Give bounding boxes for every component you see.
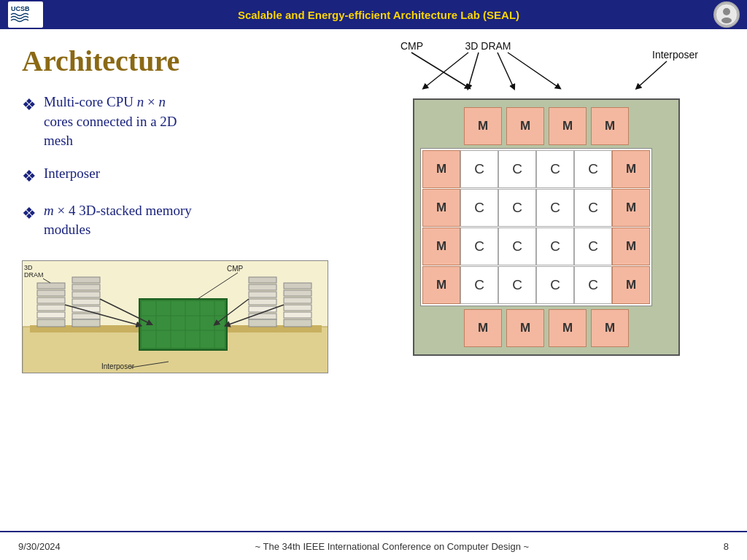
cell-m-bottom-2: M: [506, 309, 544, 347]
svg-rect-27: [72, 314, 100, 319]
cell-m-right-3: M: [612, 228, 650, 265]
svg-rect-31: [249, 292, 276, 298]
cell-m-top-2: M: [506, 107, 544, 145]
cell-m-left-1: M: [422, 150, 460, 188]
core-row-2: M C C C C M: [422, 189, 650, 227]
svg-rect-22: [72, 277, 100, 283]
cell-c-3-1: C: [460, 228, 498, 265]
cell-m-top-3: M: [549, 107, 587, 145]
top-m-row: M M M M: [464, 107, 629, 145]
cell-c-4-4: C: [574, 266, 612, 304]
interposer-box: M M M M M C C C: [413, 98, 680, 356]
svg-rect-20: [37, 312, 65, 318]
svg-rect-17: [37, 290, 65, 296]
svg-line-47: [198, 273, 238, 299]
svg-line-56: [498, 52, 514, 88]
svg-line-55: [468, 52, 479, 88]
svg-rect-32: [249, 299, 276, 305]
slide-title: Architecture: [22, 44, 331, 78]
svg-text:DRAM: DRAM: [24, 271, 44, 279]
bullet-diamond-1: ❖: [22, 94, 36, 117]
ucsb-logo: UCSB: [7, 1, 44, 28]
annotation-area: 3D DRAM CMP Interposer: [360, 36, 732, 98]
svg-rect-21: [37, 319, 65, 327]
svg-rect-38: [284, 298, 311, 303]
cell-m-right-2: M: [612, 189, 650, 227]
bottom-m-row: M M M M: [464, 309, 629, 347]
svg-text:Interposer: Interposer: [652, 49, 698, 61]
svg-rect-41: [284, 319, 311, 327]
svg-point-3: [723, 8, 730, 15]
svg-line-54: [425, 52, 468, 88]
main-content: Architecture ❖ Multi-core CPU n × ncores…: [0, 29, 747, 531]
svg-rect-8: [142, 301, 225, 348]
cell-c-1-1: C: [460, 150, 498, 188]
bullet-text-3: m × 4 3D-stacked memorymodules: [44, 201, 331, 240]
cell-c-2-3: C: [536, 189, 574, 227]
svg-text:CMP: CMP: [400, 40, 423, 52]
cell-c-2-2: C: [498, 189, 536, 227]
cell-c-2-1: C: [460, 189, 498, 227]
svg-rect-24: [72, 292, 100, 298]
svg-text:UCSB: UCSB: [11, 5, 30, 12]
svg-rect-25: [72, 299, 100, 305]
bullet-diamond-3: ❖: [22, 203, 36, 225]
svg-rect-23: [72, 284, 100, 290]
svg-rect-26: [72, 306, 100, 312]
cell-c-4-1: C: [460, 266, 498, 304]
bullet-item-2: ❖ Interposer: [22, 164, 331, 188]
bullet-item-3: ❖ m × 4 3D-stacked memorymodules: [22, 201, 331, 240]
cell-c-1-2: C: [498, 150, 536, 188]
left-panel: Architecture ❖ Multi-core CPU n × ncores…: [0, 29, 353, 531]
cell-c-4-3: C: [536, 266, 574, 304]
cell-m-bottom-1: M: [464, 309, 502, 347]
cell-c-2-4: C: [574, 189, 612, 227]
svg-text:Interposer: Interposer: [101, 362, 135, 370]
svg-rect-28: [72, 319, 100, 327]
svg-text:3D: 3D: [24, 264, 33, 271]
cell-m-bottom-4: M: [591, 309, 629, 347]
cell-c-3-3: C: [536, 228, 574, 265]
footer-conference: ~ The 34th IEEE International Conference…: [255, 541, 530, 552]
svg-rect-40: [284, 312, 311, 318]
cell-m-top-1: M: [464, 107, 502, 145]
svg-text:3D DRAM: 3D DRAM: [465, 40, 511, 52]
bullet-item-1: ❖ Multi-core CPU n × ncores connected in…: [22, 93, 331, 151]
core-row-3: M C C C C M: [422, 228, 650, 265]
footer-date: 9/30/2024: [18, 541, 61, 552]
footer-page: 8: [724, 541, 729, 552]
cell-m-left-3: M: [422, 228, 460, 265]
inner-core-box: M C C C C M M C C C C M: [420, 148, 652, 306]
seal-logo: [713, 1, 740, 28]
svg-line-59: [411, 52, 468, 88]
svg-rect-29: [249, 277, 276, 283]
svg-rect-34: [249, 314, 276, 319]
svg-rect-19: [37, 305, 65, 311]
svg-line-50: [43, 279, 50, 283]
svg-rect-18: [37, 298, 65, 303]
bullet-diamond-2: ❖: [22, 166, 36, 188]
header-title: Scalable and Energy-efficient Architectu…: [44, 9, 713, 21]
architecture-diagram-small: CMP 3D DRAM Interposer: [22, 260, 328, 373]
svg-point-4: [721, 18, 732, 23]
svg-rect-36: [284, 283, 311, 289]
svg-rect-37: [284, 290, 311, 296]
svg-rect-30: [249, 284, 276, 290]
cell-c-1-3: C: [536, 150, 574, 188]
cell-c-3-4: C: [574, 228, 612, 265]
cell-m-right-4: M: [612, 266, 650, 304]
svg-line-57: [508, 52, 559, 88]
cell-m-bottom-3: M: [549, 309, 587, 347]
footer: 9/30/2024 ~ The 34th IEEE International …: [0, 531, 747, 560]
cell-c-3-2: C: [498, 228, 536, 265]
header: UCSB Scalable and Energy-efficient Archi…: [0, 0, 747, 29]
cell-m-left-2: M: [422, 189, 460, 227]
cell-m-top-4: M: [591, 107, 629, 145]
cell-m-right-1: M: [612, 150, 650, 188]
core-row-4: M C C C C M: [422, 266, 650, 304]
cell-m-left-4: M: [422, 266, 460, 304]
cell-c-4-2: C: [498, 266, 536, 304]
right-panel: 3D DRAM CMP Interposer: [353, 29, 747, 531]
bullet-text-2: Interposer: [44, 164, 331, 184]
core-row-1: M C C C C M: [422, 150, 650, 188]
